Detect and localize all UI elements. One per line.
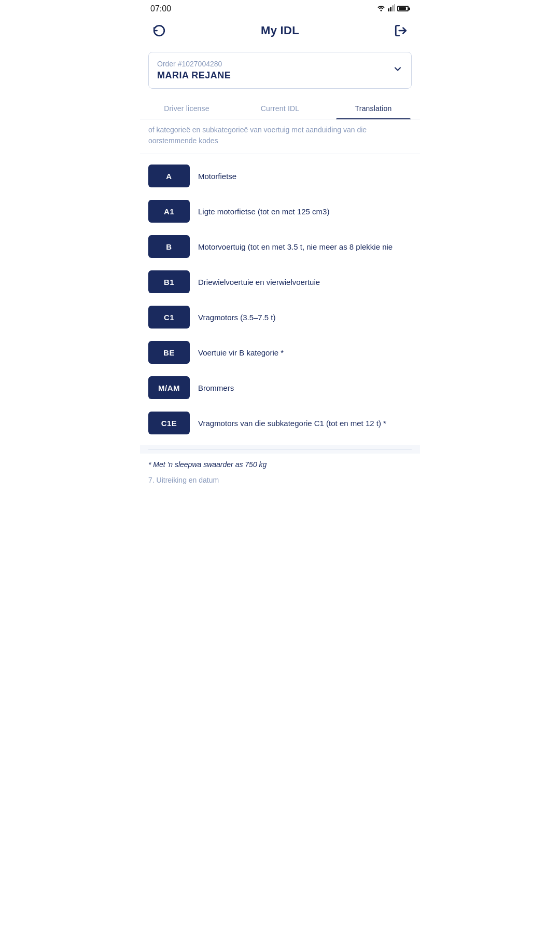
category-desc-b1: Driewielvoertuie en vierwielvoertuie <box>198 277 412 288</box>
category-desc-c1: Vragmotors (3.5–7.5 t) <box>198 312 412 323</box>
category-badge-b1: B1 <box>148 270 190 293</box>
tab-translation[interactable]: Translation <box>327 97 420 119</box>
order-name: MARIA REJANE <box>157 70 231 81</box>
category-desc-a1: Ligte motorfietse (tot en met 125 cm3) <box>198 206 412 217</box>
category-desc-a: Motorfietse <box>198 171 412 182</box>
refresh-icon <box>152 24 166 37</box>
svg-rect-4 <box>394 4 395 11</box>
signal-icon <box>388 4 395 13</box>
list-item: BE Voertuie vir B kategorie * <box>148 335 412 370</box>
content-area: of kategorieë en subkategorieë van voert… <box>140 119 420 491</box>
status-bar: 07:00 <box>140 0 420 16</box>
category-badge-be: BE <box>148 341 190 364</box>
tabs: Driver license Current IDL Translation <box>140 97 420 119</box>
list-item: M/AM Brommers <box>148 370 412 405</box>
status-time: 07:00 <box>150 4 171 13</box>
svg-point-0 <box>381 10 382 11</box>
partial-header-text: of kategorieë en subkategorieë van voert… <box>140 119 420 154</box>
order-number: Order #1027004280 <box>157 60 231 68</box>
partial-bottom-section: 7. Uitreiking en datum <box>140 472 420 491</box>
status-icons <box>376 4 410 13</box>
order-card[interactable]: Order #1027004280 MARIA REJANE <box>148 52 412 89</box>
section-divider <box>148 449 412 449</box>
footnote-text: * Met 'n sleepwa swaarder as 750 kg <box>148 460 267 469</box>
app-title: My IDL <box>261 24 299 37</box>
footnote-section: * Met 'n sleepwa swaarder as 750 kg <box>140 454 420 472</box>
order-info: Order #1027004280 MARIA REJANE <box>157 60 231 81</box>
partial-bottom-text: 7. Uitreiking en datum <box>148 476 219 484</box>
category-badge-a: A <box>148 165 190 187</box>
logout-button[interactable] <box>392 22 410 39</box>
list-item: B Motorvoertuig (tot en met 3.5 t, nie m… <box>148 229 412 264</box>
list-item: A Motorfietse <box>148 158 412 194</box>
wifi-icon <box>376 4 386 13</box>
category-list: A Motorfietse A1 Ligte motorfietse (tot … <box>140 154 420 445</box>
category-desc-mam: Brommers <box>198 382 412 393</box>
category-badge-mam: M/AM <box>148 376 190 399</box>
category-badge-b: B <box>148 235 190 258</box>
chevron-down-icon <box>393 64 403 77</box>
tab-current-idl[interactable]: Current IDL <box>233 97 327 119</box>
app-bar: My IDL <box>140 16 420 48</box>
category-badge-a1: A1 <box>148 200 190 223</box>
category-desc-b: Motorvoertuig (tot en met 3.5 t, nie mee… <box>198 241 412 252</box>
category-badge-c1e: C1E <box>148 412 190 434</box>
category-desc-be: Voertuie vir B kategorie * <box>198 347 412 358</box>
category-desc-c1e: Vragmotors van die subkategorie C1 (tot … <box>198 418 412 429</box>
tab-driver-license[interactable]: Driver license <box>140 97 233 119</box>
svg-rect-3 <box>392 5 394 11</box>
partial-text-content: of kategorieë en subkategorieë van voert… <box>148 125 412 146</box>
category-badge-c1: C1 <box>148 306 190 329</box>
refresh-button[interactable] <box>150 22 168 39</box>
list-item: C1 Vragmotors (3.5–7.5 t) <box>148 299 412 335</box>
svg-rect-1 <box>388 8 389 11</box>
svg-rect-2 <box>390 7 391 11</box>
list-item: A1 Ligte motorfietse (tot en met 125 cm3… <box>148 194 412 229</box>
battery-icon <box>397 4 410 13</box>
list-item: B1 Driewielvoertuie en vierwielvoertuie <box>148 264 412 299</box>
logout-icon <box>394 24 408 37</box>
list-item: C1E Vragmotors van die subkategorie C1 (… <box>148 405 412 441</box>
